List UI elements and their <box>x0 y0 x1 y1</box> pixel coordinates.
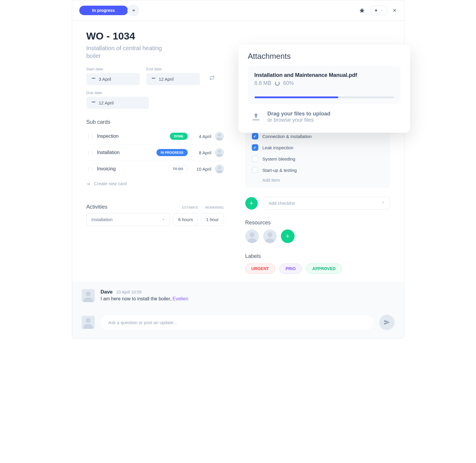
svg-point-9 <box>250 232 254 237</box>
comment-input[interactable] <box>101 315 373 330</box>
calendar-icon <box>91 101 96 105</box>
add-resource-button[interactable]: + <box>281 229 295 243</box>
activity-estimate[interactable]: 6 hours <box>173 213 198 226</box>
label-tag[interactable]: URGENT <box>245 264 275 274</box>
wo-code: WO - 1034 <box>86 30 224 42</box>
loading-spinner-icon <box>275 81 280 86</box>
subcard-date: 8 April <box>191 150 211 155</box>
label-tag[interactable]: PRIO <box>279 264 302 274</box>
attachments-panel: Attachments Installation and Maintenance… <box>238 45 410 133</box>
checklist-label: System bleeding <box>262 156 295 161</box>
end-date-label: End date <box>146 67 200 71</box>
activity-remaining[interactable]: 1 hour <box>201 213 224 226</box>
comment-text: I am here now to install the boiler, Eve… <box>101 296 395 302</box>
checkbox[interactable] <box>252 167 258 173</box>
add-checklist-placeholder: Add checklist <box>269 201 295 206</box>
dropzone-line2: or browse your files <box>268 117 330 123</box>
chevron-down-icon <box>380 9 383 12</box>
due-date-field[interactable]: 12 April <box>86 97 149 109</box>
comment-author: Dave <box>101 289 113 295</box>
star-icon <box>359 7 365 13</box>
attachments-heading: Attachments <box>248 52 401 61</box>
add-checklist-item[interactable]: Add item <box>262 176 383 183</box>
create-subcard-link[interactable]: Create new card <box>86 181 224 186</box>
upload-progressbar <box>254 96 394 98</box>
checklist-item: Start-up & testing <box>252 164 383 176</box>
subcard-row[interactable]: ⋮⋮ Installation IN PROGRESS 8 April <box>86 145 224 161</box>
dropzone[interactable]: Drag your files to upload or browse your… <box>248 104 401 125</box>
arrow-right-icon <box>131 8 135 12</box>
subcard-row[interactable]: ⋮⋮ Invoicing TO DO 10 April <box>86 161 224 177</box>
start-date-value: 3 April <box>99 77 111 82</box>
svg-point-15 <box>86 318 91 323</box>
subcard-name: Inspection <box>97 134 166 139</box>
star-button[interactable] <box>359 7 365 13</box>
svg-point-7 <box>218 166 221 169</box>
wo-title: Installation of central heating boiler <box>86 44 175 60</box>
activities-col-remaining: REMAINING <box>205 206 224 209</box>
checklist-item: Leak inspection <box>252 142 383 153</box>
checkbox[interactable] <box>252 156 258 162</box>
due-date-label: Due date <box>86 91 224 95</box>
svg-point-5 <box>218 150 221 153</box>
return-icon <box>86 181 91 186</box>
subcard-avatar[interactable] <box>215 132 224 141</box>
next-status-button[interactable] <box>127 4 139 16</box>
activity-select[interactable]: Installation <box>86 213 170 226</box>
checkbox[interactable] <box>252 133 258 139</box>
add-checklist-select[interactable]: Add checklist <box>264 197 390 210</box>
close-icon <box>392 8 397 13</box>
label-tag[interactable]: APPROVED <box>306 264 342 274</box>
swap-icon <box>209 75 215 80</box>
add-checklist-button[interactable]: + <box>245 197 258 210</box>
close-button[interactable] <box>392 8 397 13</box>
status-pill[interactable]: In progress <box>79 6 128 15</box>
subcard-avatar[interactable] <box>215 164 224 173</box>
comment-timestamp: 10 April 10:59 <box>116 290 142 294</box>
chevron-down-icon <box>381 201 385 204</box>
subcard-status-badge: TO DO <box>168 165 188 173</box>
subcards-heading: Sub cards <box>86 119 224 125</box>
subcard-date: 4 April <box>191 134 211 139</box>
activities-heading: Activities <box>86 204 107 210</box>
labels-heading: Labels <box>245 253 390 259</box>
actions-menu[interactable] <box>370 6 387 15</box>
subcard-status-badge: DONE <box>170 133 188 140</box>
send-icon <box>384 319 390 326</box>
svg-point-3 <box>218 134 221 137</box>
checklist-label: Leak inspection <box>262 145 293 150</box>
calendar-icon <box>91 77 96 82</box>
subcard-status-badge: IN PROGRESS <box>156 149 187 156</box>
svg-point-14 <box>83 297 93 302</box>
send-button[interactable] <box>379 315 395 330</box>
svg-point-12 <box>265 238 275 243</box>
resource-avatar[interactable] <box>245 229 259 243</box>
upload-size: 8.8 MB <box>254 80 271 86</box>
resources-heading: Resources <box>245 220 390 226</box>
end-date-value: 12 April <box>159 77 174 82</box>
create-subcard-label: Create new card <box>94 181 127 186</box>
upload-item: Installation and Maintenance Manual.pdf … <box>248 66 401 104</box>
subcard-row[interactable]: ⋮⋮ Inspection DONE 4 April <box>86 128 224 145</box>
dropzone-line1: Drag your files to upload <box>268 111 330 117</box>
checkbox[interactable] <box>252 144 258 151</box>
resource-avatar[interactable] <box>263 229 277 243</box>
subcard-date: 10 April <box>191 167 211 172</box>
upload-icon <box>251 112 261 122</box>
start-date-field[interactable]: 3 April <box>86 73 140 85</box>
checklist-label: Connection & Installation <box>262 134 312 139</box>
mention[interactable]: Evelien <box>173 296 188 301</box>
lightning-icon <box>374 8 378 12</box>
swap-dates-button[interactable] <box>209 75 215 85</box>
drag-handle-icon[interactable]: ⋮⋮ <box>86 134 94 139</box>
comment-avatar <box>82 289 95 302</box>
drag-handle-icon[interactable]: ⋮⋮ <box>86 167 94 171</box>
subcard-avatar[interactable] <box>215 148 224 157</box>
activities-col-estimate: ESTIMATE <box>182 206 198 209</box>
chevron-down-icon <box>162 218 165 221</box>
calendar-icon <box>151 77 156 82</box>
checklist-label: Start-up & testing <box>262 168 297 173</box>
subcard-name: Invoicing <box>97 166 165 172</box>
drag-handle-icon[interactable]: ⋮⋮ <box>86 150 94 155</box>
end-date-field[interactable]: 12 April <box>146 73 200 85</box>
